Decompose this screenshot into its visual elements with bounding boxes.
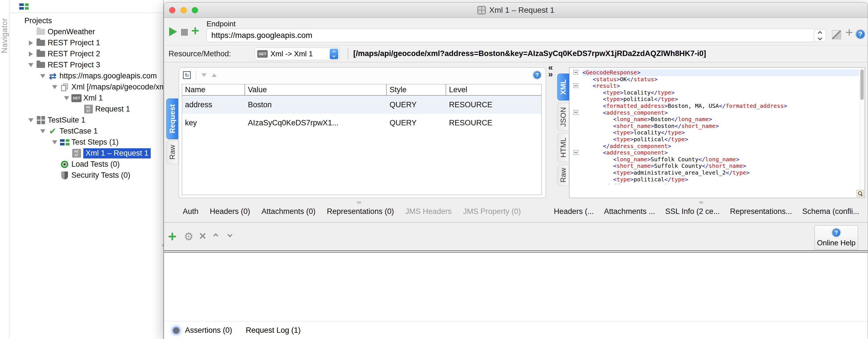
fold-collapse-icon[interactable] bbox=[574, 70, 578, 75]
configure-assertion-icon[interactable]: ⚙ bbox=[184, 231, 193, 242]
get-method-icon: GET bbox=[71, 94, 82, 102]
submit-request-button[interactable] bbox=[169, 27, 177, 36]
log-splitter[interactable] bbox=[164, 250, 868, 253]
tree-item[interactable]: ✔TestCase 1 bbox=[10, 126, 163, 137]
window-titlebar[interactable]: Xml 1 – Request 1 bbox=[164, 3, 868, 18]
bottom-tab[interactable]: Headers (0) bbox=[210, 207, 250, 216]
tree-expander-icon[interactable] bbox=[62, 96, 71, 100]
param-row[interactable]: keyAIzaSyCq0KeDS7rpwX1...QUERYRESOURCE bbox=[182, 114, 541, 132]
xml-line: </address_component> bbox=[583, 143, 859, 150]
tree-expander-icon[interactable] bbox=[51, 140, 59, 144]
endpoint-dropdown-stepper[interactable] bbox=[814, 29, 826, 42]
xml-line: <short_name>Suffolk County</short_name> bbox=[583, 163, 859, 170]
create-empty-icon[interactable] bbox=[832, 30, 841, 39]
param-cell[interactable]: Boston bbox=[245, 96, 387, 114]
params-table-header: NameValueStyleLevel bbox=[182, 84, 541, 96]
column-header[interactable]: Value bbox=[245, 84, 387, 95]
param-row[interactable]: addressBostonQUERYRESOURCE bbox=[182, 96, 541, 114]
xml-line: </address_component> bbox=[583, 183, 859, 184]
xml-line: <long_name>Suffolk County</long_name> bbox=[583, 156, 859, 163]
side-tab-request[interactable]: Request bbox=[166, 99, 178, 139]
tree-item[interactable]: OpenWeather bbox=[10, 26, 163, 37]
tree-expander-icon[interactable] bbox=[27, 118, 35, 122]
xml-scrollbar[interactable] bbox=[860, 68, 864, 198]
xml-code[interactable]: <GeocodeResponse> <status>OK</status> <r… bbox=[583, 69, 859, 184]
move-param-up-icon[interactable] bbox=[212, 73, 217, 77]
tree-item[interactable]: Xml [/maps/api/geocode/xm bbox=[10, 81, 163, 93]
move-param-down-icon[interactable] bbox=[202, 73, 207, 77]
column-header[interactable]: Name bbox=[182, 84, 245, 95]
footer-tab[interactable]: Request Log (1) bbox=[246, 326, 301, 335]
tree-expander-icon[interactable] bbox=[27, 63, 35, 67]
tree-item[interactable]: Load Tests (0) bbox=[10, 159, 163, 170]
side-tab-json[interactable]: JSON bbox=[557, 103, 569, 131]
rest-request-icon: REST bbox=[84, 105, 93, 113]
tree-item[interactable]: Security Tests (0) bbox=[10, 170, 163, 181]
param-cell[interactable]: address bbox=[182, 96, 245, 114]
tree-item[interactable]: TestSuite 1 bbox=[10, 114, 163, 126]
bottom-tab[interactable]: Auth bbox=[183, 207, 198, 216]
move-assertion-down-icon[interactable] bbox=[227, 232, 232, 237]
tree-item-label: REST Project 2 bbox=[48, 49, 100, 58]
footer-tab[interactable]: Assertions (0) bbox=[185, 326, 232, 335]
resource-method-stepper[interactable] bbox=[330, 49, 338, 59]
xml-scrollbar-thumb[interactable] bbox=[860, 69, 864, 100]
bottom-tab[interactable]: Attachments (0) bbox=[261, 207, 316, 216]
param-cell[interactable]: RESOURCE bbox=[446, 114, 541, 132]
tree-expander-icon[interactable] bbox=[38, 74, 47, 78]
param-cell[interactable]: QUERY bbox=[387, 96, 446, 114]
tree-item[interactable]: RESTRequest 1 bbox=[10, 104, 163, 114]
tree-item[interactable]: REST Project 2 bbox=[10, 48, 163, 60]
revert-params-icon[interactable] bbox=[183, 71, 191, 79]
folder-icon bbox=[36, 40, 45, 46]
tree-expander-icon[interactable] bbox=[27, 52, 35, 57]
move-assertion-up-icon[interactable] bbox=[213, 233, 218, 238]
tree-item[interactable]: RESTXml 1 – Request 1 bbox=[10, 148, 163, 159]
tree-expander-icon[interactable] bbox=[27, 40, 35, 45]
param-cell[interactable]: QUERY bbox=[387, 114, 446, 132]
add-assertion-icon[interactable]: + bbox=[168, 229, 177, 244]
column-header[interactable]: Level bbox=[446, 84, 541, 95]
add-endpoint-icon[interactable]: + bbox=[845, 26, 853, 39]
fold-collapse-icon[interactable] bbox=[574, 83, 578, 88]
bottom-tab[interactable]: Attachments ... bbox=[604, 207, 655, 216]
help-icon[interactable] bbox=[855, 29, 865, 39]
fold-collapse-icon[interactable] bbox=[574, 110, 578, 115]
tree-item[interactable]: ⇄https://maps.googleapis.com bbox=[10, 70, 163, 81]
resource-method-dropdown[interactable]: GET Xml -> Xml 1 bbox=[255, 47, 340, 60]
bottom-tab[interactable]: Schema (confli... bbox=[802, 207, 859, 216]
param-cell[interactable]: RESOURCE bbox=[446, 96, 541, 114]
tree-item[interactable]: GETXml 1 bbox=[10, 93, 163, 104]
tree-item-label: Load Tests (0) bbox=[71, 160, 120, 169]
params-help-icon[interactable] bbox=[533, 70, 541, 79]
online-help-button[interactable]: Online Help bbox=[814, 225, 858, 250]
side-tab-xml[interactable]: XML bbox=[557, 74, 569, 100]
tree-item[interactable]: Test Steps (1) bbox=[10, 137, 163, 148]
magnifier-icon[interactable] bbox=[857, 190, 864, 197]
tree-item[interactable]: REST Project 1 bbox=[10, 37, 163, 48]
bottom-tab[interactable]: Headers (... bbox=[554, 207, 594, 216]
navigator-vertical-label[interactable]: Navigator bbox=[0, 4, 9, 67]
endpoint-input[interactable]: https://maps.googleapis.com bbox=[207, 29, 815, 42]
side-tab-html[interactable]: HTML bbox=[557, 133, 569, 162]
param-cell[interactable]: AIzaSyCq0KeDS7rpwX1... bbox=[245, 114, 387, 132]
side-tab-raw[interactable]: Raw bbox=[557, 164, 569, 186]
test-steps-icon[interactable] bbox=[19, 3, 29, 10]
column-header[interactable]: Style bbox=[387, 84, 446, 95]
tree-expander-icon[interactable] bbox=[51, 85, 59, 89]
side-tab-raw[interactable]: Raw bbox=[166, 140, 178, 164]
xml-line: <type>administrative_area_level_2</type> bbox=[583, 170, 859, 176]
bottom-tab[interactable]: Representations (0) bbox=[327, 207, 394, 216]
panel-splitter-collapse[interactable]: « » bbox=[548, 64, 553, 77]
fold-collapse-icon[interactable] bbox=[574, 150, 578, 155]
tree-expander-icon[interactable] bbox=[38, 129, 47, 133]
cancel-request-button[interactable] bbox=[181, 29, 188, 36]
remove-assertion-icon[interactable]: × bbox=[199, 230, 206, 242]
tree-item[interactable]: REST Project 3 bbox=[10, 60, 163, 70]
tree-item[interactable]: Projects bbox=[10, 15, 163, 26]
param-cell[interactable]: key bbox=[182, 114, 245, 132]
bottom-tab[interactable]: Representations... bbox=[730, 207, 792, 216]
bottom-tab[interactable]: SSL Info (2 ce... bbox=[665, 207, 720, 216]
add-to-testcase-button[interactable]: + bbox=[191, 24, 199, 38]
collapse-right-icon[interactable]: » bbox=[548, 71, 553, 77]
